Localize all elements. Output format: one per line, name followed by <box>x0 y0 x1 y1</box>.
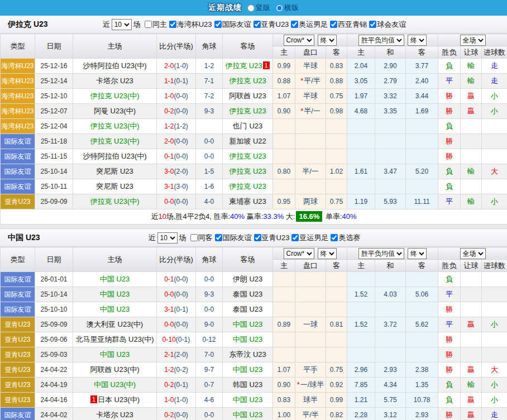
match-count-select[interactable]: 10 <box>157 232 178 244</box>
col-goals-result: 进球数 <box>482 46 507 59</box>
match-date: 25-09-03 <box>35 347 73 362</box>
col-euro-home: 主 <box>347 46 375 59</box>
col-handicap-result: 让球 <box>461 46 482 59</box>
competition-filter[interactable]: 亚青U23 <box>252 233 290 243</box>
asian-home-odds: 1.00 <box>273 408 295 420</box>
competition-filter[interactable]: 亚运男足 <box>289 233 328 243</box>
horizontal-radio[interactable] <box>276 4 283 12</box>
asian-home-odds: 0.83 <box>273 393 295 408</box>
avg-final-select[interactable]: 终 <box>408 35 427 46</box>
odds-final-select[interactable]: 终 <box>318 35 337 46</box>
competition-checkbox[interactable] <box>291 234 299 241</box>
corner-cell: 4-0 <box>196 194 223 209</box>
match-row: 亚青U2324-04-161日本 U23(中)1-0(1-0)4-6中国 U23… <box>1 393 507 408</box>
home-team-name: 中国 U23 <box>100 290 130 298</box>
asian-handicap <box>295 347 326 362</box>
home-team-name: 中国 U23 <box>100 275 130 283</box>
away-team-name: 中国 U23 <box>233 320 262 328</box>
fulltime-score: 0-2 <box>164 107 174 115</box>
corner-cell: 0-0 <box>196 272 223 287</box>
fulltime-score: 3-1 <box>164 183 174 190</box>
same-venue-checkbox[interactable] <box>145 21 152 28</box>
competition-checkbox[interactable] <box>214 21 222 28</box>
competition-filter[interactable]: 奥选赛 <box>328 233 360 243</box>
euro-home-odds: 4.68 <box>347 104 375 119</box>
same-venue-checkbox[interactable] <box>190 234 198 241</box>
euro-home-odds <box>347 347 375 362</box>
competition-filter[interactable]: 西亚青锦 <box>328 20 367 30</box>
asian-home-odds <box>273 347 295 362</box>
col-home: 主场 <box>73 247 157 272</box>
competition-checkbox[interactable] <box>169 21 176 28</box>
competition-checkbox[interactable] <box>215 234 222 241</box>
away-team-name: 阿联酋 U23 <box>229 92 266 100</box>
competition-filter[interactable]: 海湾杯U23 <box>167 20 212 30</box>
match-type-badge: 亚青U23 <box>1 332 35 347</box>
competition-checkbox[interactable] <box>253 21 261 28</box>
competition-filter[interactable]: 奥运男足 <box>289 20 328 30</box>
euro-draw-odds <box>375 332 406 347</box>
layout-option-vertical[interactable]: 竖版 <box>244 3 270 13</box>
fulltime-score: 0-2 <box>164 381 174 389</box>
same-venue-filter[interactable]: 同主 <box>142 20 167 30</box>
match-count-select[interactable]: 10 <box>112 19 132 30</box>
competition-filter[interactable]: 国际友谊 <box>212 20 251 30</box>
asian-home-odds <box>273 302 295 317</box>
competition-filter[interactable]: 国际友谊 <box>213 233 252 243</box>
away-team-name: 中国 U23 <box>233 411 262 419</box>
halftime-score: (1-0) <box>174 62 188 70</box>
euro-away-odds: 5.20 <box>406 164 438 179</box>
fulltime-score: 1-0 <box>164 92 174 100</box>
competition-checkbox[interactable] <box>331 234 338 241</box>
match-row: 亚青U2325-09-03中国 U232-1(2-0)7-0东帝汶 U23勝 <box>1 347 507 362</box>
vertical-radio[interactable] <box>247 4 255 12</box>
result-handicap: 輸 <box>461 59 482 74</box>
fulltime-score: 1-0 <box>164 396 174 404</box>
result-handicap: 贏 <box>461 104 482 119</box>
match-date: 25-10-14 <box>35 287 73 302</box>
halftime-score: (0-0) <box>174 198 188 206</box>
fulltime-score: 0-0 <box>164 290 174 298</box>
competition-checkbox[interactable] <box>369 21 376 28</box>
euro-home-odds: 1.52 <box>347 317 375 332</box>
odds-final-select[interactable]: 终 <box>318 248 337 259</box>
odds-company-select[interactable]: Crow* <box>284 35 314 46</box>
euro-draw-odds: 2.90 <box>375 59 406 74</box>
competition-checkbox[interactable] <box>254 234 261 241</box>
halftime-score: (0-1) <box>174 381 188 389</box>
home-team-cell: 沙特阿拉伯 U23(中) <box>73 149 157 164</box>
fulltime-score: 0-1 <box>164 152 174 160</box>
asian-handicap <box>295 134 326 149</box>
avg-odds-select[interactable]: 胜平负均值 <box>358 248 404 259</box>
competition-checkbox[interactable] <box>330 21 337 28</box>
match-type-badge: 国际友谊 <box>1 179 35 194</box>
home-team-cell: 伊拉克 U23(中) <box>73 119 157 134</box>
result-goals <box>482 287 507 302</box>
away-team-cell: 泰国 U23 <box>223 302 273 317</box>
competition-filter[interactable]: 亚青U23 <box>251 20 289 30</box>
scope-select[interactable]: 全场 <box>460 35 486 46</box>
euro-home-odds: 2.28 <box>347 408 375 420</box>
result-goals: 走 <box>482 74 507 89</box>
euro-away-odds: 5.06 <box>406 287 438 302</box>
away-team-name: 伊拉克 U23 <box>229 167 266 175</box>
euro-away-odds <box>406 149 438 164</box>
same-venue-filter[interactable]: 同客 <box>188 233 213 243</box>
odds-company-select[interactable]: Crow* <box>284 248 314 259</box>
corner-cell: 9-3 <box>196 104 223 119</box>
avg-final-select[interactable]: 终 <box>408 248 427 259</box>
same-venue-label: 同主 <box>152 20 167 30</box>
competition-filter[interactable]: 球会友谊 <box>367 20 406 30</box>
away-team-cell: 伊拉克 U23 <box>223 149 273 164</box>
col-asian-line: 盘口 <box>295 260 326 272</box>
result-goals <box>482 347 507 362</box>
competition-checkbox[interactable] <box>291 21 298 28</box>
scope-select[interactable]: 全场 <box>460 248 486 259</box>
avg-odds-select[interactable]: 胜平负均值 <box>358 35 404 46</box>
euro-home-odds <box>347 179 375 194</box>
layout-option-horizontal[interactable]: 横版 <box>272 3 299 13</box>
result-goals: 小 <box>482 393 507 408</box>
match-row: 海湾杯U2325-12-07阿曼 U23(中)0-2(0-0)9-3伊拉克 U2… <box>1 104 507 119</box>
home-team-name: 突尼斯 U23 <box>96 182 133 190</box>
result-handicap <box>461 149 482 164</box>
